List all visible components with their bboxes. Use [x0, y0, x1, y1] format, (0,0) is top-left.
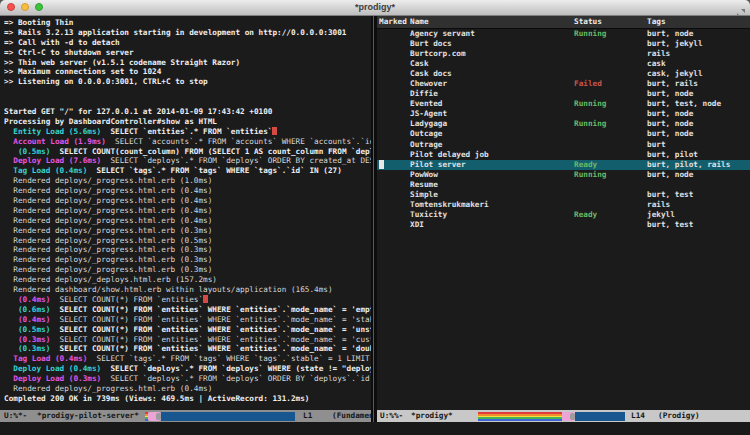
- log-line: >> Maximum connections set to 1024: [4, 67, 371, 77]
- service-row-chewover[interactable]: ChewoverFailedburt, rails: [377, 79, 750, 89]
- nyan-cat-icon: [562, 412, 575, 421]
- log-line: >> Thin web server (v1.5.1 codename Stra…: [4, 58, 371, 68]
- modeline-major-mode: (Fundamen: [332, 410, 371, 422]
- service-row-diffie[interactable]: Diffieburt, node: [377, 89, 750, 99]
- service-status: Running: [574, 119, 606, 129]
- right-pane-modeline[interactable]: U:%%- *prodigy* L14 (Prodigy): [377, 410, 750, 422]
- log-line: Rendered deploys/_progress.html.erb (0.3…: [4, 226, 371, 236]
- service-name: Cask: [410, 59, 429, 69]
- log-line: Started GET "/" for 127.0.0.1 at 2014-01…: [4, 107, 371, 117]
- service-row-simple[interactable]: Simpleburt, test: [377, 190, 750, 200]
- log-line: Tag Load (0.4ms) SELECT `tags`.* FROM `t…: [4, 354, 371, 364]
- service-tags: jekyll: [647, 210, 675, 220]
- service-status: Failed: [574, 79, 602, 89]
- service-row-tuxicity[interactable]: TuxicityReadyjekyll: [377, 210, 750, 220]
- modeline-major-mode: (Prodigy): [658, 410, 700, 422]
- trailing-whitespace-block: [203, 295, 208, 304]
- service-name: PowWow: [410, 170, 438, 180]
- service-name: Agency servant: [410, 29, 475, 39]
- log-line: => Call with -d to detach: [4, 38, 371, 48]
- service-tags: rails: [647, 49, 670, 59]
- service-row-cask[interactable]: Caskcask: [377, 59, 750, 69]
- service-name: Outcage: [410, 129, 442, 139]
- fullscreen-icon[interactable]: [736, 3, 746, 13]
- service-status: Ready: [574, 160, 597, 170]
- service-row-xdi[interactable]: XDIburt, test: [377, 220, 750, 230]
- service-tags: burt, node: [647, 89, 693, 99]
- service-tags: burt, node: [647, 129, 693, 139]
- modeline-buffer-name: *prodigy*: [411, 410, 453, 422]
- service-name: Chewover: [410, 79, 447, 89]
- trailing-whitespace-block: [272, 127, 277, 136]
- service-row-burt-docs[interactable]: Burt docsburt, jekyll: [377, 39, 750, 49]
- service-row-resume[interactable]: Resume: [377, 180, 750, 190]
- column-header-marked: Marked: [379, 16, 407, 28]
- nyan-progress-bar: [145, 412, 295, 421]
- service-row-ladygaga[interactable]: LadygagaRunningburt, node: [377, 119, 750, 129]
- prodigy-pane[interactable]: Marked Name Status Tags Agency servantRu…: [377, 16, 750, 410]
- service-name: Tuxicity: [410, 210, 447, 220]
- log-line: Tag Load (0.4ms) SELECT `tags`.* FROM `t…: [4, 166, 371, 176]
- service-row-powwow[interactable]: PowWowRunningburt, node: [377, 170, 750, 180]
- service-tags: burt, node: [647, 29, 693, 39]
- service-tags: burt, pilot: [647, 150, 698, 160]
- service-row-outcage[interactable]: Outcageburt, node: [377, 129, 750, 139]
- service-row-burtcorp-com[interactable]: Burtcorp.comrails: [377, 49, 750, 59]
- log-line: Rendered dashboard/show.html.erb within …: [4, 285, 371, 295]
- modeline-state-flags: U:%%-: [380, 410, 403, 422]
- service-tags: burt, test: [647, 220, 693, 230]
- service-name: Burt docs: [410, 39, 452, 49]
- column-header-tags: Tags: [647, 16, 666, 28]
- log-line: (0.4ms) SELECT COUNT(*) FROM `entities` …: [4, 315, 371, 325]
- left-pane-modeline[interactable]: U:%*- *prodigy-pilot-server* L1 (Fundame…: [0, 410, 371, 422]
- service-name: Tomtenskrukmakeri: [410, 200, 489, 210]
- log-line: Rendered deploys/_progress.html.erb (0.5…: [4, 236, 371, 246]
- log-line: Rendered deploys/_progress.html.erb (0.4…: [4, 384, 371, 394]
- nyan-progress-bar: [478, 412, 625, 421]
- service-row-outrage[interactable]: Outrageburt: [377, 140, 750, 150]
- log-line: Account Load (1.9ms) SELECT `accounts`.*…: [4, 137, 371, 147]
- log-line: Rendered deploys/_progress.html.erb (0.3…: [4, 255, 371, 265]
- window-titlebar[interactable]: *prodigy*: [0, 0, 750, 16]
- service-name: Evented: [410, 99, 442, 109]
- service-name: Burtcorp.com: [410, 49, 466, 59]
- service-status: Ready: [574, 210, 597, 220]
- service-status: Running: [574, 29, 606, 39]
- service-tags: burt, pilot, rails: [647, 160, 730, 170]
- log-line: Processing by DashboardController#show a…: [4, 117, 371, 127]
- log-line: Completed 200 OK in 739ms (Views: 469.5m…: [4, 394, 371, 404]
- service-status: Running: [574, 170, 606, 180]
- service-tags: cask: [647, 59, 666, 69]
- service-tags: cask, jekyll: [647, 69, 703, 79]
- emacs-frame: => Booting Thin=> Rails 3.2.13 applicati…: [0, 16, 750, 435]
- service-row-agency-servant[interactable]: Agency servantRunningburt, node: [377, 29, 750, 39]
- nyan-cat-icon: [148, 412, 161, 421]
- service-tags: burt, jekyll: [647, 39, 703, 49]
- log-line: Rendered deploys/_progress.html.erb (0.4…: [4, 216, 371, 226]
- log-line: (0.3ms) SELECT COUNT(*) FROM `entities` …: [4, 335, 371, 345]
- log-line: [4, 87, 371, 97]
- service-row-cask-docs[interactable]: Cask docscask, jekyll: [377, 69, 750, 79]
- log-line: Deploy Load (0.4ms) SELECT `deploys`.* F…: [4, 364, 371, 374]
- service-row-evented[interactable]: EventedRunningburt, test, node: [377, 99, 750, 109]
- service-name: Simple: [410, 190, 438, 200]
- log-line: Rendered deploys/_progress.html.erb (1.0…: [4, 176, 371, 186]
- log-line: (0.6ms) SELECT COUNT(*) FROM `entities` …: [4, 305, 371, 315]
- log-line: Deploy Load (7.6ms) SELECT `deploys`.* F…: [4, 156, 371, 166]
- emacs-window: *prodigy* => Booting Thin=> Rails 3.2.13…: [0, 0, 750, 435]
- service-row-js-agent[interactable]: JS-Agentburt, node: [377, 109, 750, 119]
- service-row-pilot-server[interactable]: Pilot serverReadyburt, pilot, rails: [377, 160, 750, 170]
- prodigy-table-header: Marked Name Status Tags: [377, 16, 750, 29]
- service-name: Cask docs: [410, 69, 452, 79]
- service-name: JS-Agent: [410, 109, 447, 119]
- log-line: [4, 97, 371, 107]
- echo-area[interactable]: [0, 422, 750, 435]
- service-list: Agency servantRunningburt, nodeBurt docs…: [377, 29, 750, 230]
- modeline-buffer-name: *prodigy-pilot-server*: [37, 410, 139, 422]
- rails-log-buffer: => Booting Thin=> Rails 3.2.13 applicati…: [0, 16, 371, 404]
- log-line: (0.3ms) SELECT COUNT(*) FROM `entities` …: [4, 344, 371, 354]
- rails-log-pane[interactable]: => Booting Thin=> Rails 3.2.13 applicati…: [0, 16, 371, 410]
- service-row-pilot-delayed-job[interactable]: Pilot delayed jobburt, pilot: [377, 150, 750, 160]
- service-name: Resume: [410, 180, 438, 190]
- service-row-tomtenskrukmakeri[interactable]: Tomtenskrukmakerirails: [377, 200, 750, 210]
